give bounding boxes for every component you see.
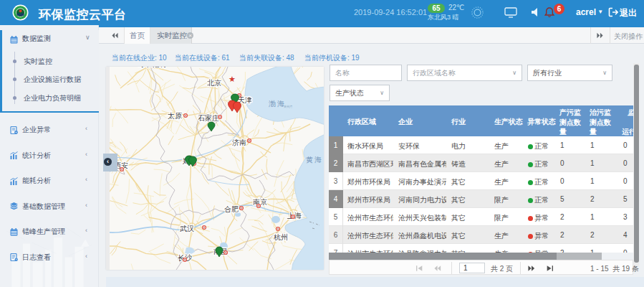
svg-text:济南: 济南 (232, 138, 246, 146)
svg-text:呼和浩特: 呼和浩特 (138, 67, 167, 68)
svg-text:合肥: 合肥 (224, 205, 239, 213)
svg-text:武汉: 武汉 (180, 225, 194, 232)
svg-text:太原: 太原 (168, 112, 182, 120)
svg-text:黄海: 黄海 (306, 156, 323, 164)
svg-text:北京: 北京 (207, 79, 221, 87)
svg-text:★: ★ (229, 75, 236, 83)
svg-text:杭州: 杭州 (273, 233, 288, 241)
svg-text:石家庄: 石家庄 (198, 114, 219, 122)
